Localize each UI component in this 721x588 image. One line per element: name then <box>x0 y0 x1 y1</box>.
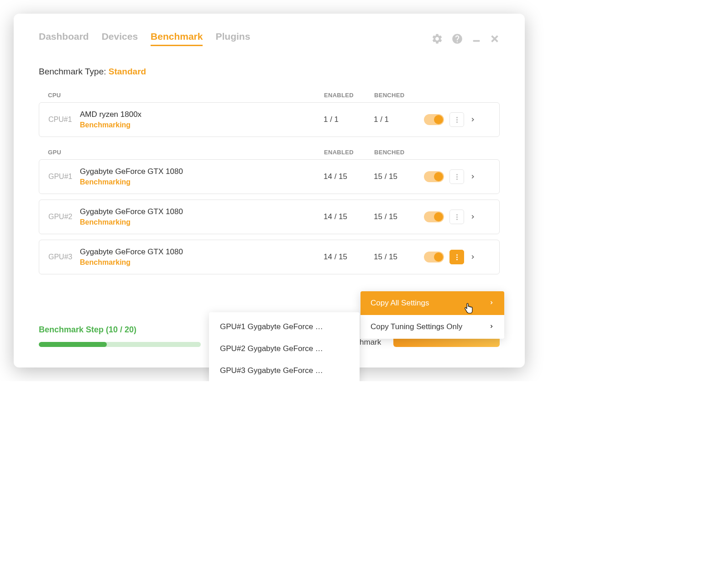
gpu-row[interactable]: GPU#2 Gygabyte GeForce GTX 1080 Benchmar… <box>39 200 500 234</box>
device-name: AMD ryzen 1800x <box>80 110 324 119</box>
row-controls <box>424 169 490 184</box>
device-status: Benchmarking <box>80 258 324 267</box>
more-button[interactable] <box>449 250 464 264</box>
benched-value: 1 / 1 <box>374 115 424 124</box>
progress-bar <box>39 342 201 347</box>
chevron-right-icon <box>489 299 494 308</box>
menu-copy-tuning-label: Copy Tuning Settings Only <box>371 322 462 331</box>
device-name-wrap: AMD ryzen 1800x Benchmarking <box>80 110 324 129</box>
more-button[interactable] <box>449 210 464 224</box>
enabled-value: 1 / 1 <box>324 115 374 124</box>
gpu-col-title: GPU <box>48 149 324 156</box>
benchmark-type-prefix: Benchmark Type: <box>39 67 109 76</box>
progress-fill <box>39 342 107 347</box>
device-name-wrap: Gygabyte GeForce GTX 1080 Benchmarking <box>80 247 324 267</box>
cpu-section: CPU ENABLED BENCHED CPU#1 AMD ryzen 1800… <box>39 88 500 137</box>
enabled-value: 14 / 15 <box>324 252 374 262</box>
dots-icon <box>456 174 458 180</box>
enable-toggle[interactable] <box>424 114 444 125</box>
more-button[interactable] <box>449 169 464 184</box>
enabled-value: 14 / 15 <box>324 172 374 181</box>
tab-plugins[interactable]: Plugins <box>215 31 250 46</box>
benched-value: 15 / 15 <box>374 252 424 262</box>
device-id: GPU#3 <box>48 253 73 261</box>
menu-copy-all[interactable]: Copy All Settings <box>360 291 504 315</box>
chevron-right-icon[interactable] <box>470 173 476 180</box>
chevron-right-icon[interactable] <box>470 214 476 220</box>
col-benched-label: BENCHED <box>374 149 424 156</box>
device-status: Benchmarking <box>80 178 324 186</box>
svg-rect-0 <box>473 40 480 42</box>
device-name: Gygabyte GeForce GTX 1080 <box>80 167 324 176</box>
device-id: GPU#2 <box>48 213 73 221</box>
more-button[interactable] <box>449 112 464 127</box>
copy-target-submenu: GPU#1 Gygabyte GeForce … GPU#2 Gygabyte … <box>209 312 360 381</box>
device-name-wrap: Gygabyte GeForce GTX 1080 Benchmarking <box>80 167 324 186</box>
device-name-wrap: Gygabyte GeForce GTX 1080 Benchmarking <box>80 207 324 226</box>
device-id: GPU#1 <box>48 173 73 181</box>
submenu-gpu3[interactable]: GPU#3 Gygabyte GeForce … <box>209 360 360 381</box>
tab-benchmark[interactable]: Benchmark <box>151 31 203 46</box>
dots-icon <box>456 254 458 260</box>
header: Dashboard Devices Benchmark Plugins <box>39 31 500 46</box>
dots-icon <box>456 117 458 123</box>
enable-toggle[interactable] <box>424 171 444 182</box>
col-enabled-label: ENABLED <box>324 149 374 156</box>
benchmark-type-value[interactable]: Standard <box>109 67 146 76</box>
row-controls <box>424 112 490 127</box>
tab-dashboard[interactable]: Dashboard <box>39 31 89 46</box>
cpu-section-head: CPU ENABLED BENCHED <box>39 88 500 102</box>
gpu-section-head: GPU ENABLED BENCHED <box>39 145 500 159</box>
benched-value: 15 / 15 <box>374 172 424 181</box>
chevron-right-icon <box>489 322 494 331</box>
benchmark-type-label: Benchmark Type: Standard <box>39 67 500 77</box>
cpu-row[interactable]: CPU#1 AMD ryzen 1800x Benchmarking 1 / 1… <box>39 102 500 137</box>
device-status: Benchmarking <box>80 218 324 226</box>
dots-icon <box>456 214 458 220</box>
cpu-col-title: CPU <box>48 92 324 99</box>
device-name: Gygabyte GeForce GTX 1080 <box>80 207 324 216</box>
gear-icon[interactable] <box>431 33 443 45</box>
col-benched-label: BENCHED <box>374 92 424 99</box>
chevron-right-icon[interactable] <box>470 116 476 123</box>
header-icons <box>431 33 500 45</box>
close-icon[interactable] <box>490 34 500 44</box>
tabs: Dashboard Devices Benchmark Plugins <box>39 31 250 46</box>
enable-toggle[interactable] <box>424 211 444 222</box>
enable-toggle[interactable] <box>424 252 444 262</box>
menu-copy-all-label: Copy All Settings <box>371 299 429 308</box>
device-name: Gygabyte GeForce GTX 1080 <box>80 247 324 257</box>
benched-value: 15 / 15 <box>374 212 424 221</box>
submenu-gpu2[interactable]: GPU#2 Gygabyte GeForce … <box>209 338 360 360</box>
progress-wrap: Benchmark Step (10 / 20) <box>39 325 201 347</box>
submenu-gpu1[interactable]: GPU#1 Gygabyte GeForce … <box>209 316 360 338</box>
row-controls <box>424 210 490 224</box>
chevron-right-icon[interactable] <box>470 254 476 260</box>
gpu-section: GPU ENABLED BENCHED GPU#1 Gygabyte GeFor… <box>39 145 500 274</box>
tab-devices[interactable]: Devices <box>102 31 138 46</box>
device-status: Benchmarking <box>80 121 324 129</box>
help-icon[interactable] <box>451 33 463 45</box>
app-window: Dashboard Devices Benchmark Plugins Benc… <box>14 14 525 368</box>
gpu-row[interactable]: GPU#1 Gygabyte GeForce GTX 1080 Benchmar… <box>39 159 500 194</box>
context-menu: Copy All Settings Copy Tuning Settings O… <box>360 291 504 339</box>
minimize-icon[interactable] <box>471 34 481 44</box>
gpu-row[interactable]: GPU#3 Gygabyte GeForce GTX 1080 Benchmar… <box>39 240 500 274</box>
col-enabled-label: ENABLED <box>324 92 374 99</box>
row-controls <box>424 250 490 264</box>
device-id: CPU#1 <box>48 116 73 124</box>
enabled-value: 14 / 15 <box>324 212 374 221</box>
progress-label: Benchmark Step (10 / 20) <box>39 325 201 335</box>
menu-copy-tuning[interactable]: Copy Tuning Settings Only <box>360 315 504 339</box>
